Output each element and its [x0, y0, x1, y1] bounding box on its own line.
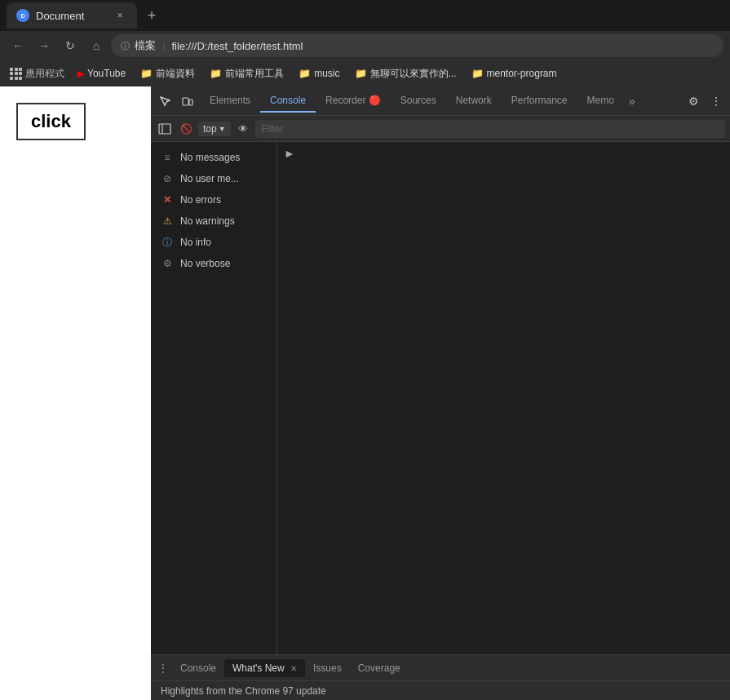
filter-no-info[interactable]: ⓘ No info: [151, 232, 277, 253]
info-icon: ⓘ: [161, 236, 174, 249]
filter-no-user-label: No user me...: [180, 173, 239, 184]
bookmark-mentor[interactable]: 📁 mentor-program: [467, 66, 562, 81]
url-bar[interactable]: ⓘ 檔案 | file:///D:/test_folder/test.html: [111, 34, 723, 57]
tab-favicon: D: [16, 9, 29, 22]
apps-label: 應用程式: [25, 67, 64, 81]
folder-icon-1: 📁: [140, 68, 153, 79]
device-toolbar-button[interactable]: [177, 91, 198, 112]
filter-no-verbose-label: No verbose: [180, 258, 230, 269]
console-filter-panel: ≡ No messages ⊘ No user me... ✕ No error…: [151, 142, 277, 654]
devtools-panel: Elements Console Recorder 🔴 Sources Netw…: [151, 86, 730, 700]
filter-no-warnings-label: No warnings: [180, 215, 235, 227]
svg-rect-4: [159, 124, 170, 134]
filter-no-errors[interactable]: ✕ No errors: [151, 189, 277, 210]
warning-icon: ⚠: [161, 215, 174, 228]
bookmark-music-label: music: [314, 68, 339, 79]
bookmark-youtube[interactable]: ▶ YouTube: [73, 66, 131, 81]
svg-rect-2: [183, 98, 188, 105]
filter-no-warnings[interactable]: ⚠ No warnings: [151, 210, 277, 232]
tab-console[interactable]: Console: [260, 90, 316, 113]
bottom-tab-whats-new[interactable]: What's New ✕: [224, 659, 305, 677]
main-area: click Elements Console Recorder 🔴: [0, 86, 730, 700]
context-label: top: [203, 123, 217, 135]
bookmark-boring[interactable]: 📁 無聊可以來實作的...: [350, 65, 462, 82]
devtools-settings-button[interactable]: ⚙: [683, 91, 704, 112]
bottom-tab-issues[interactable]: Issues: [305, 659, 350, 677]
address-bar: ← → ↻ ⌂ ⓘ 檔案 | file:///D:/test_folder/te…: [0, 31, 730, 60]
active-tab[interactable]: D Document ×: [7, 2, 137, 29]
context-selector[interactable]: top ▼: [198, 122, 231, 136]
url-security-icon: ⓘ: [121, 40, 130, 52]
filter-no-errors-label: No errors: [180, 194, 221, 206]
filter-no-verbose[interactable]: ⚙ No verbose: [151, 253, 277, 274]
devtools-more-button[interactable]: ⋮: [706, 91, 727, 112]
click-button[interactable]: click: [16, 103, 86, 140]
tab-title: Document: [36, 10, 84, 22]
back-button[interactable]: ←: [7, 34, 29, 57]
bookmark-mentor-label: mentor-program: [487, 68, 557, 79]
page-content: click: [0, 86, 151, 700]
reload-button[interactable]: ↻: [59, 34, 82, 57]
console-sidebar-toggle[interactable]: [156, 120, 174, 138]
bookmark-music[interactable]: 📁 music: [294, 66, 344, 81]
tab-memory[interactable]: Memo: [577, 90, 624, 113]
url-separator: |: [162, 40, 165, 52]
status-text: Highlights from the Chrome 97 update: [161, 685, 326, 697]
tab-network[interactable]: Network: [446, 90, 502, 113]
bookmark-frontend-tools[interactable]: 📁 前端常用工具: [205, 65, 289, 82]
eye-icon-button[interactable]: 👁: [234, 120, 252, 138]
filter-no-messages[interactable]: ≡ No messages: [151, 147, 277, 168]
messages-icon: ≡: [161, 151, 174, 164]
devtools-toolbar: Elements Console Recorder 🔴 Sources Netw…: [151, 86, 730, 116]
devtools-tabs: Elements Console Recorder 🔴 Sources Netw…: [200, 90, 681, 113]
filter-no-user-messages[interactable]: ⊘ No user me...: [151, 168, 277, 189]
bottom-tabs-bar: ⋮ Console What's New ✕ Issues Coverage: [151, 654, 730, 680]
bookmarks-bar: 應用程式 ▶ YouTube 📁 前端資料 📁 前端常用工具 📁 music 📁…: [0, 60, 730, 86]
folder-icon-5: 📁: [471, 68, 484, 79]
filter-no-info-label: No info: [180, 237, 211, 248]
bookmark-frontend-data[interactable]: 📁 前端資料: [135, 65, 200, 82]
bookmark-boring-label: 無聊可以來實作的...: [370, 67, 457, 81]
forward-button[interactable]: →: [33, 34, 55, 57]
url-label: 檔案: [135, 38, 156, 53]
folder-icon-2: 📁: [210, 68, 222, 79]
verbose-icon: ⚙: [161, 257, 174, 270]
tab-sources[interactable]: Sources: [391, 90, 446, 113]
context-chevron-icon: ▼: [219, 125, 226, 133]
svg-text:D: D: [20, 13, 24, 19]
user-messages-icon: ⊘: [161, 172, 174, 185]
expand-arrow-icon[interactable]: ►: [284, 147, 295, 160]
bookmark-frontend-data-label: 前端資料: [156, 67, 195, 81]
svg-rect-3: [189, 100, 192, 105]
tab-bar: D Document × +: [7, 2, 723, 29]
filter-no-messages-label: No messages: [180, 152, 240, 163]
folder-icon-4: 📁: [355, 68, 367, 79]
status-bar: Highlights from the Chrome 97 update: [151, 680, 730, 700]
console-toolbar: 🚫 top ▼ 👁: [151, 116, 730, 142]
clear-console-button[interactable]: 🚫: [177, 120, 195, 138]
folder-icon-3: 📁: [299, 68, 311, 79]
tab-performance[interactable]: Performance: [502, 90, 577, 113]
console-output: ►: [277, 142, 730, 654]
browser-titlebar: D Document × +: [0, 0, 730, 31]
url-path: file:///D:/test_folder/test.html: [171, 40, 303, 52]
new-tab-button[interactable]: +: [140, 4, 163, 27]
bookmark-youtube-label: YouTube: [87, 68, 126, 79]
bookmark-frontend-tools-label: 前端常用工具: [225, 67, 284, 81]
apps-grid-icon: [10, 68, 22, 80]
console-main: ≡ No messages ⊘ No user me... ✕ No error…: [151, 142, 730, 654]
tab-recorder[interactable]: Recorder 🔴: [316, 90, 391, 113]
console-filter-input[interactable]: [255, 120, 725, 138]
apps-button[interactable]: 應用程式: [7, 65, 68, 82]
tab-elements[interactable]: Elements: [200, 90, 260, 113]
whats-new-close-icon[interactable]: ✕: [290, 664, 297, 673]
bottom-tabs-menu-button[interactable]: ⋮: [154, 659, 172, 677]
more-tabs-button[interactable]: »: [624, 95, 640, 108]
error-icon: ✕: [161, 193, 174, 206]
home-button[interactable]: ⌂: [85, 34, 108, 57]
bottom-tab-console[interactable]: Console: [172, 659, 224, 677]
tab-close-button[interactable]: ×: [113, 8, 127, 23]
inspect-element-button[interactable]: [154, 91, 175, 112]
youtube-icon: ▶: [77, 69, 84, 79]
bottom-tab-coverage[interactable]: Coverage: [350, 659, 409, 677]
